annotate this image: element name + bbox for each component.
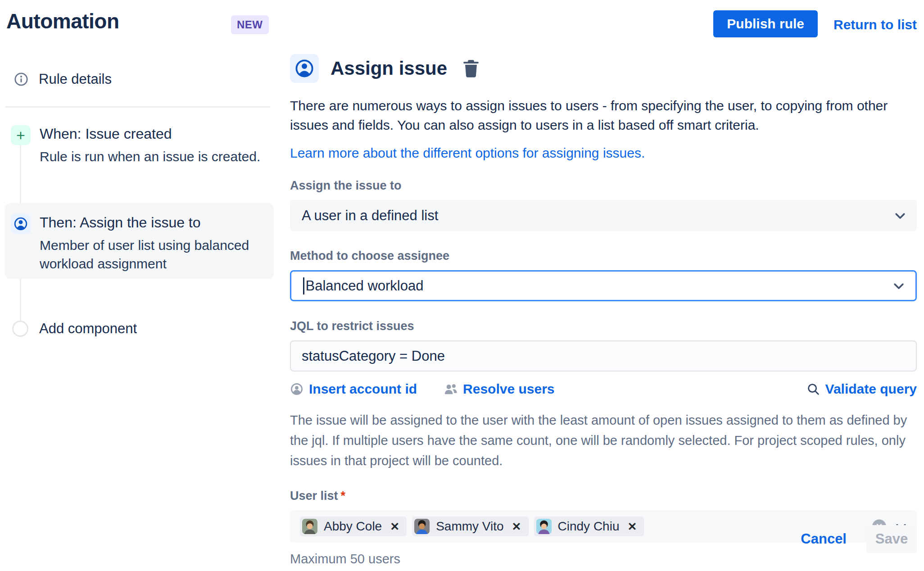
- action-description: There are numerous ways to assign issues…: [290, 96, 917, 135]
- assign-to-value: A user in a defined list: [302, 208, 438, 224]
- remove-user-icon[interactable]: ✕: [507, 520, 526, 533]
- automation-page: Automation NEW Publish rule Return to li…: [0, 0, 924, 571]
- trash-icon: [462, 59, 480, 77]
- avatar: [536, 519, 552, 534]
- assign-issue-icon: [290, 54, 319, 83]
- return-to-list-link[interactable]: Return to list: [833, 17, 917, 32]
- insert-account-id-button[interactable]: Insert account id: [290, 381, 417, 397]
- sidebar-divider: [5, 106, 270, 108]
- jql-label: JQL to restrict issues: [290, 319, 917, 333]
- jql-input[interactable]: [290, 340, 917, 372]
- avatar: [302, 519, 317, 534]
- rule-details-label: Rule details: [39, 71, 112, 87]
- user-list-label: User list*: [290, 489, 917, 503]
- learn-more-link[interactable]: Learn more about the different options f…: [290, 145, 645, 161]
- assign-to-label: Assign the issue to: [290, 179, 917, 193]
- account-icon: [290, 382, 303, 396]
- then-step-description: Member of user list using balanced workl…: [40, 236, 263, 273]
- validate-query-label: Validate query: [825, 381, 917, 397]
- user-list-label-text: User list: [290, 489, 338, 503]
- insert-account-id-label: Insert account id: [309, 381, 417, 397]
- validate-query-button[interactable]: Validate query: [806, 381, 917, 397]
- when-step-description: Rule is run when an issue is created.: [40, 148, 260, 166]
- empty-step-circle-icon: [12, 321, 28, 337]
- max-users-helper: Maximum 50 users: [290, 552, 917, 566]
- user-chip: Cindy Chiu ✕: [534, 517, 644, 536]
- avatar: [414, 519, 430, 534]
- user-icon: [11, 214, 31, 234]
- resolve-users-button[interactable]: Resolve users: [444, 381, 554, 397]
- sidebar-item-rule-details[interactable]: Rule details: [14, 71, 112, 87]
- then-step-title: Then: Assign the issue to: [40, 214, 263, 231]
- method-select[interactable]: Balanced workload: [290, 270, 917, 301]
- publish-rule-button[interactable]: Publish rule: [713, 10, 818, 37]
- assign-to-select[interactable]: A user in a defined list: [290, 200, 917, 231]
- chevron-down-icon: [893, 209, 907, 222]
- resolve-users-label: Resolve users: [463, 381, 554, 397]
- action-editor-panel: Assign issue There are numerous ways to …: [290, 54, 917, 566]
- method-label: Method to choose assignee: [290, 249, 917, 263]
- user-chip-name: Cindy Chiu: [558, 519, 620, 534]
- add-component-button[interactable]: Add component: [12, 321, 137, 337]
- delete-action-button[interactable]: [462, 59, 480, 77]
- save-button[interactable]: Save: [866, 525, 917, 553]
- text-cursor: [303, 277, 304, 295]
- user-chip-name: Sammy Vito: [436, 519, 503, 534]
- method-value: Balanced workload: [306, 278, 424, 294]
- plus-icon: +: [11, 125, 31, 145]
- people-icon: [444, 382, 457, 396]
- form-footer: Cancel Save: [801, 525, 917, 553]
- balanced-workload-helper: The issue will be assigned to the user w…: [290, 410, 917, 471]
- sidebar-item-then-action[interactable]: Then: Assign the issue to Member of user…: [5, 203, 274, 279]
- remove-user-icon[interactable]: ✕: [385, 520, 404, 533]
- search-icon: [806, 382, 820, 396]
- sidebar-item-when-trigger[interactable]: + When: Issue created Rule is run when a…: [11, 125, 260, 166]
- info-icon: [14, 72, 29, 87]
- rule-steps-sidebar: Rule details + When: Issue created Rule …: [0, 0, 274, 571]
- remove-user-icon[interactable]: ✕: [623, 520, 641, 533]
- user-chip: Abby Cole ✕: [300, 517, 407, 536]
- cancel-button[interactable]: Cancel: [801, 531, 847, 547]
- user-chip: Sammy Vito ✕: [412, 517, 528, 536]
- when-step-title: When: Issue created: [40, 125, 260, 142]
- add-component-label: Add component: [39, 321, 137, 337]
- required-asterisk: *: [341, 489, 346, 503]
- user-chip-name: Abby Cole: [324, 519, 382, 534]
- chevron-down-icon: [892, 279, 906, 293]
- action-title: Assign issue: [331, 58, 447, 79]
